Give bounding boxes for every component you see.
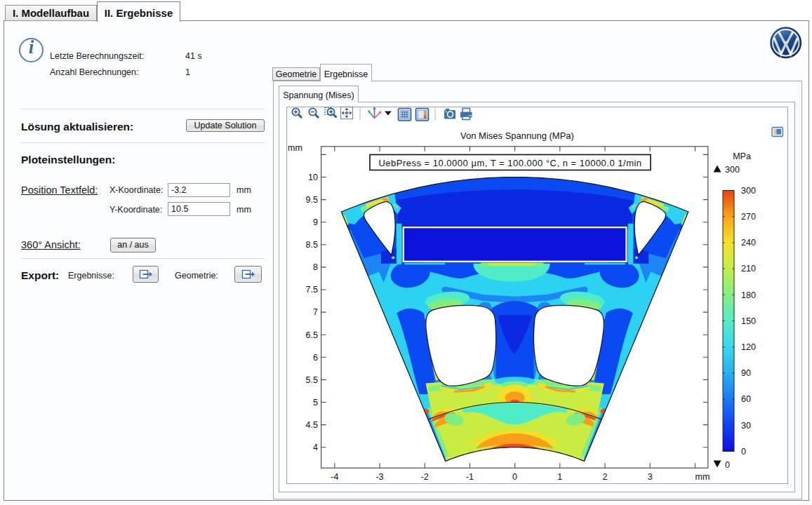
svg-text:10: 10 xyxy=(308,173,318,182)
svg-text:-2: -2 xyxy=(421,472,429,482)
svg-text:3: 3 xyxy=(648,472,653,482)
svg-text:210: 210 xyxy=(741,264,756,274)
svg-text:60: 60 xyxy=(741,394,751,404)
svg-text:270: 270 xyxy=(741,212,756,222)
svg-text:4.5: 4.5 xyxy=(306,420,318,430)
svg-text:2: 2 xyxy=(603,472,608,482)
svg-text:-1: -1 xyxy=(466,472,474,482)
svg-text:7.5: 7.5 xyxy=(306,285,318,295)
svg-text:300: 300 xyxy=(725,165,740,175)
svg-text:UebPress = 10.0000 µm, T = 100: UebPress = 10.0000 µm, T = 100.000 °C, n… xyxy=(378,158,641,168)
svg-text:mm: mm xyxy=(288,143,302,153)
svg-text:5: 5 xyxy=(313,398,318,408)
svg-text:mm: mm xyxy=(695,472,710,482)
svg-text:0: 0 xyxy=(725,460,730,470)
svg-text:-3: -3 xyxy=(375,472,383,482)
svg-text:150: 150 xyxy=(741,316,756,326)
svg-text:8.5: 8.5 xyxy=(306,240,318,250)
svg-text:240: 240 xyxy=(741,238,756,248)
svg-text:9: 9 xyxy=(313,217,318,227)
svg-text:0: 0 xyxy=(741,447,746,457)
svg-text:30: 30 xyxy=(741,421,751,431)
svg-text:MPa: MPa xyxy=(733,152,751,161)
svg-text:7: 7 xyxy=(313,307,318,317)
svg-text:120: 120 xyxy=(741,342,756,352)
svg-text:6.5: 6.5 xyxy=(306,330,318,340)
svg-text:5.5: 5.5 xyxy=(306,375,318,385)
svg-text:90: 90 xyxy=(741,368,751,378)
svg-text:4: 4 xyxy=(313,443,318,452)
svg-text:6: 6 xyxy=(313,353,318,363)
svg-text:-4: -4 xyxy=(331,472,338,482)
svg-text:1: 1 xyxy=(557,472,562,482)
svg-text:8: 8 xyxy=(313,262,318,272)
svg-text:0: 0 xyxy=(512,472,517,482)
svg-text:180: 180 xyxy=(741,290,756,300)
svg-text:9.5: 9.5 xyxy=(306,195,318,205)
svg-text:300: 300 xyxy=(741,186,756,196)
svg-text:Von Mises Spannung (MPa): Von Mises Spannung (MPa) xyxy=(460,130,574,141)
